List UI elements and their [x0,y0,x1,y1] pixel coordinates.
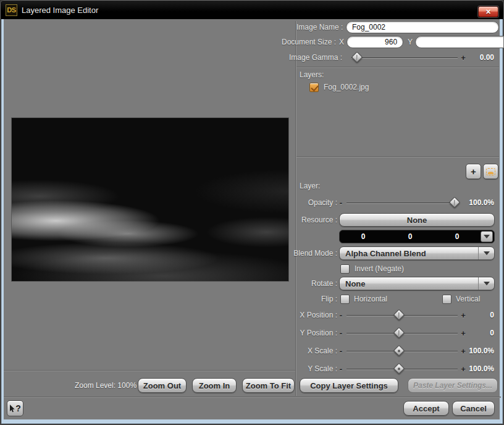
x-axis-label: X [339,38,344,46]
layers-top-divider [296,67,499,68]
context-help-button[interactable]: ? [7,400,23,416]
layered-image-editor-window: DS Layered Image Editor ✕ Image Name : D… [0,0,504,425]
opacity-label: Opacity : [282,198,337,207]
accept-button[interactable]: Accept [403,401,449,416]
window-title: Layered Image Editor [22,6,98,15]
zoom-to-fit-button[interactable]: Zoom To Fit [242,378,295,393]
invert-negate-checkbox[interactable] [340,264,350,274]
y-position-slider[interactable] [346,327,458,339]
question-mark-icon: ? [15,403,21,413]
flip-horizontal-checkbox[interactable] [340,295,350,304]
layers-panel-label: Layers: [300,70,324,79]
image-gamma-label: Image Gamma : [282,53,342,62]
copy-layer-settings-button[interactable]: Copy Layer Settings [300,378,398,393]
x-position-plus[interactable]: + [460,311,467,320]
blend-mode-arrow[interactable] [478,247,494,259]
x-scale-plus[interactable]: + [460,347,467,356]
close-button[interactable]: ✕ [478,6,498,17]
opacity-slider[interactable] [346,197,458,208]
zoom-out-button[interactable]: Zoom Out [138,378,187,393]
rotate-label: Rotate : [282,279,337,288]
document-height-input[interactable] [415,36,504,48]
window-frame-right [500,19,503,424]
y-position-value: 0 [467,329,499,337]
image-gamma-value: 0.00 [467,53,499,62]
resource-label: Resource : [282,216,337,224]
zoom-in-button[interactable]: Zoom In [192,378,237,393]
window-frame-bottom [1,419,503,424]
cursor-arrow-icon [9,405,15,413]
layer-item-name: Fog_0002.jpg [324,83,369,91]
add-image-layer-button[interactable] [483,164,498,179]
image-preview [11,117,289,282]
flip-horizontal-label: Horizontal [354,295,387,303]
y-scale-value: 100.0% [467,364,499,373]
flip-vertical-label: Vertical [456,295,480,303]
image-gamma-slider[interactable] [351,52,458,63]
y-position-plus[interactable]: + [460,329,467,338]
y-scale-minus[interactable]: - [337,364,345,374]
resource-button[interactable]: None [339,213,495,227]
document-width-input[interactable] [346,36,403,48]
x-scale-slider-handle[interactable] [393,345,404,356]
color-red-value: 0 [340,232,387,241]
layer-color-bar[interactable]: 0 0 0 [339,230,495,243]
layer-section-label: Layer: [300,182,320,190]
flip-vertical-checkbox[interactable] [442,295,452,304]
blend-mode-label: Blend Mode : [282,249,337,258]
color-blue-value: 0 [434,232,481,241]
x-position-slider-handle[interactable] [393,309,404,320]
y-position-label: Y Position : [282,329,337,337]
footer-divider [4,397,501,398]
layer-list-item[interactable]: Fog_0002.jpg [309,82,495,93]
y-axis-label: Y [408,38,413,46]
x-position-slider[interactable] [346,309,458,321]
title-bar[interactable]: DS Layered Image Editor ✕ [1,1,503,19]
x-scale-slider[interactable] [346,345,458,356]
layer-visibility-checkbox[interactable] [309,83,319,92]
x-position-label: X Position : [282,311,337,319]
y-position-minus[interactable]: - [337,329,345,338]
opacity-value: 100.0% [467,198,499,207]
opacity-slider-handle[interactable] [448,196,460,208]
layers-bottom-divider [296,156,499,158]
x-scale-minus[interactable]: - [337,347,345,356]
cancel-button[interactable]: Cancel [452,401,495,416]
x-position-value: 0 [467,311,499,319]
y-scale-slider[interactable] [346,363,458,374]
rotate-arrow[interactable] [478,277,494,290]
gamma-plus[interactable]: + [460,53,467,62]
zoom-level-text: Zoom Level: 100% [75,381,134,390]
flip-label: Flip : [282,295,337,303]
document-size-label: Document Size : [282,38,336,46]
blend-mode-dropdown[interactable]: Alpha Channel Blend [339,246,495,260]
image-name-input[interactable] [346,21,499,33]
y-position-slider-handle[interactable] [393,327,404,338]
chevron-down-icon [484,282,490,285]
rotate-value: None [340,279,478,288]
blend-mode-value: Alpha Channel Blend [340,249,478,258]
y-scale-plus[interactable]: + [460,364,467,374]
y-scale-label: Y Scale : [282,364,337,373]
x-scale-value: 100.0% [467,347,499,355]
add-layer-button[interactable]: + [466,164,481,179]
x-scale-label: X Scale : [282,347,337,355]
chevron-down-icon [484,251,490,255]
app-logo-icon: DS [6,4,17,16]
color-green-value: 0 [387,232,434,241]
canvas-bottom-divider [4,370,295,371]
color-dropdown-button[interactable] [481,231,493,242]
rotate-dropdown[interactable]: None [339,277,495,290]
invert-negate-label: Invert (Negate) [355,264,404,273]
x-position-minus[interactable]: - [337,311,345,320]
opacity-minus[interactable]: - [337,198,345,208]
y-scale-slider-handle[interactable] [393,363,404,374]
image-gamma-slider-handle[interactable] [351,51,362,62]
image-file-icon [486,168,495,175]
chevron-down-icon [484,235,490,238]
paste-layer-settings-button[interactable]: Paste Layer Settings... [408,378,498,393]
image-name-label: Image Name : [296,23,342,32]
